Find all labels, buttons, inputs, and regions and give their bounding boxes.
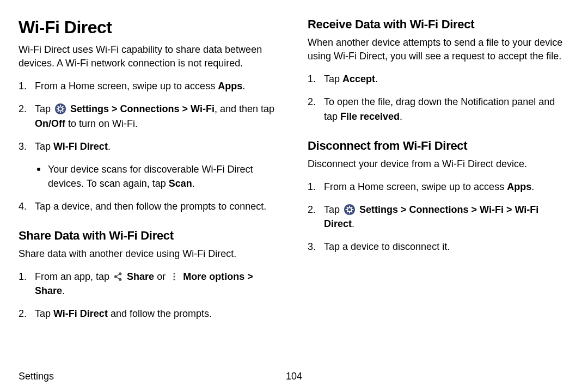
receive-heading: Receive Data with Wi-Fi Direct [308, 17, 569, 32]
page-title: Wi-Fi Direct [19, 17, 280, 38]
step-1: From a Home screen, swipe up to access A… [19, 79, 280, 93]
content-columns: Wi-Fi Direct Wi-Fi Direct uses Wi-Fi cap… [19, 17, 569, 330]
step-3-bullet: Your device scans for discoverable Wi-Fi… [35, 162, 280, 191]
more-options-icon [169, 271, 179, 281]
disconnect-intro: Disconnect your device from a Wi-Fi Dire… [308, 157, 569, 171]
disconnect-step-1: From a Home screen, swipe up to access A… [308, 180, 569, 194]
gear-icon [344, 204, 356, 216]
page-number: 104 [286, 371, 302, 382]
receive-step-1: Tap Accept. [308, 72, 569, 86]
intro-text: Wi-Fi Direct uses Wi-Fi capability to sh… [19, 43, 280, 70]
right-column: Receive Data with Wi-Fi Direct When anot… [308, 17, 569, 330]
svg-point-17 [174, 279, 175, 280]
main-steps: From a Home screen, swipe up to access A… [19, 79, 280, 213]
receive-steps: Tap Accept. To open the file, drag down … [308, 72, 569, 123]
share-steps: From an app, tap Share or More options >… [19, 270, 280, 321]
disconnect-step-3: Tap a device to disconnect it. [308, 240, 569, 254]
svg-line-14 [117, 277, 119, 279]
svg-line-13 [117, 274, 119, 277]
disconnect-heading: Disconnect from Wi-Fi Direct [308, 139, 569, 153]
receive-step-2: To open the file, drag down the Notifica… [308, 95, 569, 123]
share-heading: Share Data with Wi-Fi Direct [19, 229, 280, 243]
share-intro: Share data with another device using Wi-… [19, 247, 280, 261]
step-2: Tap Settings > Connections > Wi-Fi, and … [19, 102, 280, 130]
step-4: Tap a device, and then follow the prompt… [19, 199, 280, 213]
step-3-sublist: Your device scans for discoverable Wi-Fi… [35, 162, 280, 191]
share-step-2: Tap Wi-Fi Direct and follow the prompts. [19, 307, 280, 321]
step-3: Tap Wi-Fi Direct. Your device scans for … [19, 139, 280, 191]
share-icon [113, 271, 123, 281]
svg-point-15 [174, 273, 175, 274]
svg-point-16 [174, 276, 175, 278]
disconnect-step-2: Tap Settings > Connections > Wi-Fi > Wi-… [308, 203, 569, 231]
share-step-1: From an app, tap Share or More options >… [19, 270, 280, 298]
left-column: Wi-Fi Direct Wi-Fi Direct uses Wi-Fi cap… [19, 17, 280, 330]
disconnect-steps: From a Home screen, swipe up to access A… [308, 180, 569, 254]
gear-icon [54, 103, 66, 115]
receive-intro: When another device attempts to send a f… [308, 36, 569, 63]
